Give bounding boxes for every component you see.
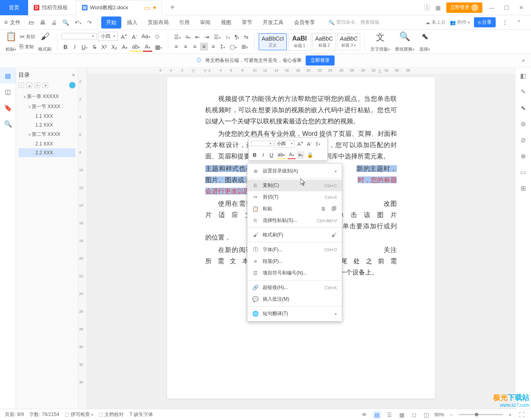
tab-review[interactable]: 审阅 bbox=[195, 16, 215, 29]
settings-icon[interactable]: ⊚ bbox=[515, 116, 531, 132]
focus-view-icon[interactable]: ◻ bbox=[410, 411, 418, 419]
outline-collapse-icon[interactable]: ↕ bbox=[18, 82, 24, 88]
superscript-icon[interactable]: X² bbox=[100, 43, 108, 51]
tab-document[interactable]: W Word教程2.docx ▭ bbox=[76, 0, 162, 15]
cm-paste[interactable]: 📋 粘贴 🗎 🗐 bbox=[247, 203, 342, 215]
mini-linespacing-icon[interactable]: ‡▾ bbox=[314, 140, 321, 148]
indent-marker-icon[interactable]: ▽ bbox=[192, 68, 195, 74]
align-justify-icon[interactable]: ≡ bbox=[200, 43, 208, 51]
hanging-indent-icon[interactable]: ▽ bbox=[204, 68, 207, 74]
apps-icon[interactable]: ▦ bbox=[433, 3, 443, 12]
bold-icon[interactable]: B bbox=[61, 43, 69, 51]
cut-button[interactable]: ✂剪切 bbox=[20, 33, 35, 41]
mini-align-icon[interactable]: ≡▾ bbox=[297, 151, 304, 159]
file-menu[interactable]: 文件 bbox=[10, 19, 20, 26]
outline-item-s2[interactable]: ∨第二节 XXXX bbox=[18, 129, 76, 139]
window-list-icon[interactable]: 1 bbox=[424, 4, 430, 10]
redo-icon[interactable]: ↷ bbox=[85, 18, 94, 27]
collab-button[interactable]: 👥协作▾ bbox=[450, 19, 470, 26]
open-icon[interactable]: 🗁 bbox=[26, 18, 37, 27]
doccheck-status[interactable]: ⬚ 文档校对 bbox=[99, 411, 124, 418]
collapse-ribbon-icon[interactable]: ⌃ bbox=[514, 18, 524, 27]
change-case-icon[interactable]: Aa▾ bbox=[140, 32, 152, 40]
shrink-font-icon[interactable]: A- bbox=[130, 31, 139, 41]
limit-icon[interactable]: ⊘ bbox=[515, 132, 531, 148]
highlight-icon[interactable]: ab▾ bbox=[131, 43, 142, 52]
tab-view[interactable]: 视图 bbox=[216, 16, 236, 29]
outline-add-icon[interactable]: + bbox=[35, 82, 40, 88]
align-right-icon[interactable]: ≡ bbox=[191, 43, 199, 51]
mini-bold-icon[interactable]: B bbox=[251, 151, 258, 159]
outline-view-icon[interactable]: ☰ bbox=[385, 411, 394, 419]
zoom-level[interactable]: 90% bbox=[435, 412, 444, 418]
paste-group[interactable]: 📋 粘贴▾ bbox=[4, 31, 18, 52]
zoom-fit-icon[interactable]: ◫ bbox=[422, 411, 431, 419]
login-button[interactable]: 立即登录 bbox=[446, 2, 482, 13]
mini-fontcolor-icon[interactable]: A▾ bbox=[288, 151, 296, 159]
cm-insert-comment[interactable]: 💬 插入批注(M) bbox=[247, 293, 342, 305]
tab-home[interactable]: 首页 bbox=[0, 0, 28, 15]
tab-devtools[interactable]: 开发工具 bbox=[258, 16, 288, 29]
showmarks-icon[interactable]: ¶▾ bbox=[233, 33, 241, 41]
text-effects-icon[interactable]: A▾ bbox=[120, 43, 129, 51]
cm-paste-special[interactable]: ⎘ 选择性粘贴(S)... Ctrl+Alt+V bbox=[247, 215, 342, 226]
strike-icon[interactable]: S̶ bbox=[90, 43, 98, 51]
clear-format-icon[interactable]: ◇ bbox=[153, 32, 161, 40]
page-indicator[interactable]: 页面: 9/9 bbox=[5, 411, 24, 418]
textlayout-button[interactable]: 文 文字排版▾ bbox=[369, 31, 392, 52]
outline-tool-icon[interactable]: ▤ bbox=[0, 68, 16, 84]
zoom-slider[interactable] bbox=[459, 414, 503, 415]
outline-item-s1[interactable]: ∨第一节 XXXX bbox=[18, 102, 76, 112]
close-icon[interactable]: ✕ bbox=[516, 3, 527, 12]
tab-window-icon[interactable]: ▭ bbox=[144, 4, 150, 12]
share-button[interactable]: ⎋分享 bbox=[474, 17, 496, 27]
zoom-out-icon[interactable]: − bbox=[448, 411, 455, 419]
font-name-select[interactable]: ▾ bbox=[61, 33, 97, 39]
tab-template[interactable]: D 找稻壳模板 bbox=[28, 0, 74, 15]
font-color-icon[interactable]: A▾ bbox=[143, 43, 152, 52]
preview-icon[interactable]: 🔍 bbox=[60, 18, 71, 27]
banner-login-button[interactable]: 立即登录 bbox=[306, 55, 335, 66]
outline-close-icon[interactable]: ✕ bbox=[71, 72, 76, 78]
page-view-icon[interactable]: ▤ bbox=[373, 411, 381, 419]
grow-font-icon[interactable]: A+ bbox=[119, 31, 129, 41]
font-size-select[interactable]: 小四▾ bbox=[98, 32, 118, 41]
tabstops-icon[interactable]: ⇆ bbox=[242, 33, 250, 41]
command-search[interactable]: 🔍 查找命令、搜索模板 bbox=[329, 19, 380, 26]
cm-translate[interactable]: 🌐 短句翻译(T) ▸ bbox=[247, 308, 342, 320]
outdent-icon[interactable]: ⇤ bbox=[194, 33, 202, 41]
style-h1[interactable]: AaBl 标题 1 bbox=[288, 33, 311, 51]
print-icon[interactable]: 🖨 bbox=[49, 18, 59, 27]
indent-icon[interactable]: ⇥ bbox=[203, 33, 211, 41]
linespacing-toggle-icon[interactable]: ☰▾ bbox=[212, 33, 223, 41]
spellcheck-status[interactable]: ⬚ 拼写检查 ▾ bbox=[65, 411, 93, 418]
cloud-status[interactable]: ☁未上云 bbox=[425, 19, 446, 26]
vertical-ruler[interactable]: 2 2 4 6 8 10 12 14 16 18 20 22 24 26 28 … bbox=[78, 68, 87, 409]
tab-start[interactable]: 开始 bbox=[101, 16, 121, 29]
cm-hyperlink[interactable]: 🔗 超链接(H)... Ctrl+K bbox=[247, 282, 342, 293]
mini-lock-icon[interactable]: 🔒 bbox=[306, 151, 315, 159]
insert-icon[interactable]: ⊕ bbox=[515, 148, 531, 164]
zoom-thumb[interactable] bbox=[475, 413, 478, 416]
align-left-icon[interactable]: ≡ bbox=[172, 43, 180, 51]
cm-font[interactable]: Ⓣ 字体(F)... Ctrl+D bbox=[247, 244, 342, 256]
cm-set-toc-level[interactable]: ≣ 设置目录级别(A) ▸ bbox=[247, 165, 342, 177]
tab-insert[interactable]: 插入 bbox=[122, 16, 142, 29]
tab-new[interactable]: + bbox=[162, 3, 183, 12]
style-icon[interactable]: ✎ bbox=[515, 84, 531, 100]
search-tool-icon[interactable]: 🔍 bbox=[0, 116, 16, 132]
outline-item-s22[interactable]: 2.2 XXX bbox=[18, 148, 76, 157]
align-distribute-icon[interactable]: ≡ bbox=[209, 43, 217, 51]
tab-pagelayout[interactable]: 页面布局 bbox=[143, 16, 174, 29]
mini-size-select[interactable]: 小四▾ bbox=[275, 140, 295, 148]
italic-icon[interactable]: I bbox=[71, 43, 79, 51]
banner-close-icon[interactable]: ✕ bbox=[521, 58, 525, 64]
cm-bullets-numbering[interactable]: ☰ 项目符号和编号(N)... bbox=[247, 267, 342, 279]
tab-member[interactable]: 会员专享 bbox=[289, 16, 320, 29]
numbering-icon[interactable]: ≡▾ bbox=[184, 33, 192, 41]
style-h3[interactable]: AaBbC 标题 3 ▾ bbox=[337, 33, 360, 50]
linespacing-icon[interactable]: ‡▾ bbox=[219, 43, 227, 51]
comment-icon[interactable]: ⊞ bbox=[515, 180, 531, 196]
select-icon[interactable]: ⬉ bbox=[515, 100, 531, 116]
shading-icon[interactable]: ▦▾ bbox=[153, 43, 164, 51]
